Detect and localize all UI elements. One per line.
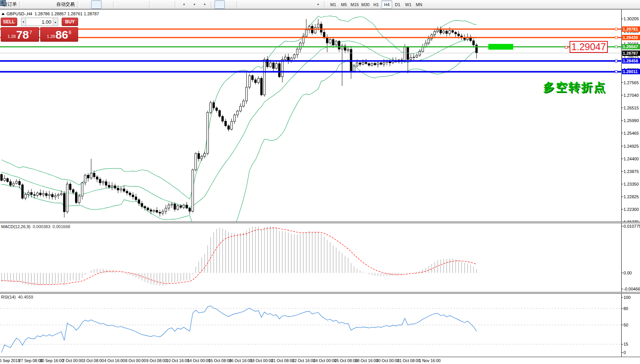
pivot-annotation-text[interactable]: 多空转折点 (543, 80, 606, 95)
candle-body (359, 63, 361, 64)
chart-header: GBPUSD-,H4 1.28786 1.28857 1.28761 1.287… (2, 11, 99, 16)
candle-body (213, 103, 214, 108)
zoom-in-button[interactable] (117, 0, 127, 9)
timeframe-d1[interactable]: D1 (392, 0, 403, 9)
navigator-button[interactable] (44, 0, 54, 9)
candle-body (78, 196, 80, 202)
tile-windows-button[interactable] (137, 0, 148, 9)
candle-body (54, 196, 56, 197)
hline-handle[interactable] (615, 36, 617, 39)
sell-button[interactable]: SELL (1, 18, 17, 26)
rsi-tick-label: 80 (624, 306, 628, 311)
candle-body (371, 64, 373, 65)
highlight-rect-annotation[interactable] (488, 44, 513, 50)
fibonacci-button[interactable]: F (282, 0, 292, 9)
candle-body (33, 195, 35, 196)
candle-body (434, 31, 436, 34)
candle-body (129, 193, 131, 195)
trendline-button[interactable] (261, 0, 271, 9)
timeframe-h1[interactable]: H1 (371, 0, 381, 9)
price-chart-canvas[interactable] (0, 10, 640, 222)
candlestick-button[interactable] (91, 0, 101, 9)
templates-button[interactable]: ▼ (199, 0, 210, 9)
time-axis-label: 30 Sep 16:00 (40, 358, 64, 363)
candle-body (39, 193, 41, 195)
hline-handle[interactable] (615, 70, 617, 73)
periods-button[interactable]: ▼ (189, 0, 199, 9)
candle-body (46, 193, 47, 196)
shapes-button[interactable]: ▼ (313, 0, 323, 9)
text-label-button[interactable]: T (302, 0, 313, 9)
price-tick-label: 1.22300 (624, 207, 639, 212)
macd-name: MACD(12,26,9) (1, 224, 30, 229)
candle-body (93, 173, 95, 177)
candle-body (69, 184, 71, 190)
buy-price-box[interactable]: 1.28 86 6 (40, 27, 79, 42)
candle-body (326, 38, 328, 43)
equidistant-channel-button[interactable]: E (271, 0, 282, 9)
hline-handle[interactable] (615, 28, 617, 30)
line-chart-button[interactable] (101, 0, 112, 9)
data-window-button[interactable] (33, 0, 44, 9)
rsi-chart-canvas[interactable] (0, 294, 640, 357)
macd-label: MACD(12,26,9)0.0003830.001668 (1, 224, 70, 229)
chart-shift-button[interactable] (163, 0, 174, 9)
hline-handle[interactable] (615, 46, 617, 48)
indicators-button[interactable]: ▼ (178, 0, 189, 9)
vertical-line-button[interactable] (240, 0, 250, 9)
price-tick-label: 1.24400 (624, 157, 639, 161)
volume-up-button[interactable]: ▲ (53, 18, 58, 26)
timeframe-h4[interactable]: H4 (381, 0, 392, 9)
volume-down-button[interactable]: ▼ (21, 18, 26, 26)
rsi-tick-label: 50 (624, 323, 628, 327)
price-annotation-box[interactable]: 1.29047 (570, 41, 608, 53)
text-button[interactable]: A (292, 0, 302, 9)
rsi-label: RSI(14)40.4559 (1, 295, 33, 299)
time-axis[interactable]: 6 Sep 201927 Sep 08:0030 Sep 16:002 Oct … (0, 357, 640, 364)
candle-body (260, 78, 262, 95)
market-watch-button[interactable] (23, 0, 33, 9)
candle-body (356, 63, 358, 66)
macd-value-signal: 0.001668 (52, 224, 70, 229)
volume-input[interactable] (26, 18, 53, 26)
candle-body (282, 59, 283, 77)
candle-body (96, 177, 98, 179)
candle-body (1, 175, 3, 181)
time-axis-label: 10 Oct 16:00 (166, 358, 189, 363)
horizontal-line-button[interactable] (250, 0, 261, 9)
chat-button[interactable] (626, 0, 636, 9)
zoom-out-button[interactable] (127, 0, 137, 9)
timeframe-m30[interactable]: M30 (360, 0, 371, 9)
timeframe-m1[interactable]: M1 (328, 0, 339, 9)
autotrading-button[interactable]: 自动交易 (54, 0, 76, 9)
sell-price-box[interactable]: 1.28 78 7 (1, 27, 39, 42)
timeframe-m5[interactable]: M5 (339, 0, 349, 9)
candle-body (446, 31, 448, 33)
bollinger-band (2, 38, 476, 207)
bar-chart-button[interactable] (81, 0, 91, 9)
price-line-label-resistance-2: 1.29430 (622, 35, 640, 40)
candle-body (201, 157, 203, 159)
timeframe-mn[interactable]: MN (414, 0, 424, 9)
macd-tick-label: 0.00 (624, 271, 632, 275)
buy-price-big: 86 (56, 29, 68, 41)
search-button[interactable] (615, 0, 626, 9)
candle-body (419, 52, 421, 55)
crosshair-button[interactable] (225, 0, 235, 9)
hline-handle[interactable] (615, 60, 617, 62)
candle-body (335, 41, 337, 45)
price-tick-label: 1.24925 (624, 144, 639, 149)
chevron-down-icon: ▼ (183, 3, 185, 6)
timeframe-m15[interactable]: M15 (349, 0, 360, 9)
candle-body (413, 57, 415, 57)
one-click-trade-panel: SELL ▼ ▲ BUY 1.28 78 7 1.28 86 6 (1, 18, 78, 42)
timeframe-w1[interactable]: W1 (403, 0, 414, 9)
cursor-button[interactable] (214, 0, 225, 9)
candle-body (123, 189, 125, 191)
macd-chart-canvas[interactable] (0, 223, 640, 292)
candle-body (21, 185, 23, 198)
candle-body (165, 208, 167, 211)
window-collapse-icon[interactable] (2, 13, 5, 15)
buy-button[interactable]: BUY (62, 18, 78, 26)
auto-scroll-button[interactable] (153, 0, 163, 9)
